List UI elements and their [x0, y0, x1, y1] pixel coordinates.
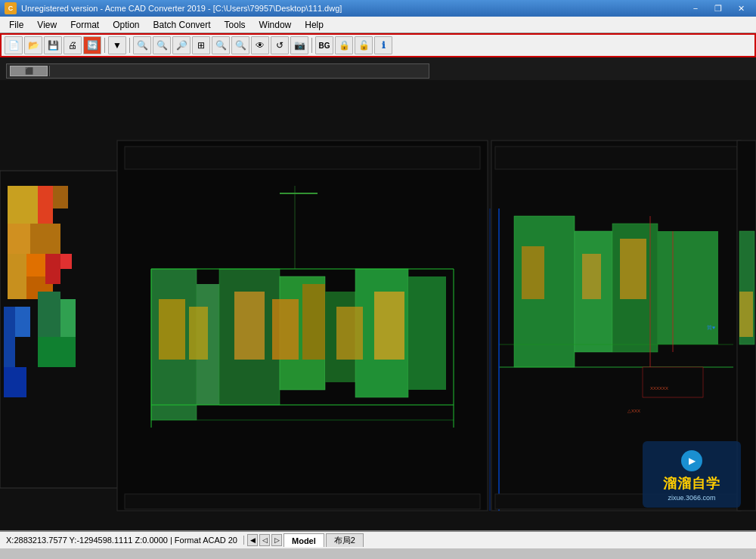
- svg-rect-12: [4, 307, 15, 367]
- svg-rect-34: [374, 292, 404, 360]
- svg-rect-29: [189, 307, 208, 360]
- toolbar-bg[interactable]: BG: [315, 36, 333, 54]
- watermark-subtitle: zixue.3066.com: [652, 494, 732, 502]
- toolbar-zoom-out2[interactable]: 🔍: [231, 36, 249, 54]
- toolbar-dropdown[interactable]: ▼: [108, 36, 126, 54]
- toolbar-convert[interactable]: 🔄: [83, 36, 101, 54]
- menu-window[interactable]: Window: [253, 18, 298, 32]
- toolbar-open[interactable]: 📂: [24, 36, 42, 54]
- toolbar-info[interactable]: ℹ: [374, 36, 392, 54]
- canvas-area[interactable]: ⬛: [0, 57, 756, 530]
- tab-nav-next[interactable]: ▷: [271, 534, 282, 546]
- svg-rect-5: [38, 186, 53, 224]
- toolbar-print[interactable]: 🖨: [64, 36, 82, 54]
- svg-rect-18: [45, 254, 60, 284]
- tab-nav-prev[interactable]: ◀: [247, 534, 258, 546]
- menu-bar: File View Format Option Batch Convert To…: [0, 17, 756, 33]
- svg-rect-19: [60, 254, 72, 269]
- tab-model[interactable]: Model: [284, 533, 324, 547]
- toolbar-zoom-in2[interactable]: 🔍: [153, 36, 171, 54]
- tab-layout2[interactable]: 布局2: [326, 533, 364, 547]
- menu-tools[interactable]: Tools: [218, 18, 252, 32]
- svg-rect-8: [30, 224, 60, 254]
- toolbar-zoom-select[interactable]: 🔎: [172, 36, 191, 54]
- minimize-button[interactable]: −: [685, 2, 706, 15]
- close-button[interactable]: ✕: [730, 2, 751, 15]
- toolbar-lock[interactable]: 🔒: [335, 36, 353, 54]
- toolbar-save[interactable]: 💾: [44, 36, 62, 54]
- cad-drawing: ⬛: [0, 57, 756, 530]
- svg-rect-47: [522, 246, 544, 299]
- toolbar-new[interactable]: 📄: [5, 36, 23, 54]
- svg-rect-7: [8, 224, 30, 254]
- watermark: ▶ 溜溜自学 zixue.3066.com: [643, 441, 741, 508]
- separator-3: [311, 38, 312, 53]
- svg-rect-33: [336, 307, 363, 360]
- toolbar: 📄 📂 💾 🖨 🔄 ▼ 🔍 🔍 🔎 ⊞ 🔍 🔍 👁 ↺ 📷 BG 🔒 🔓 ℹ: [0, 33, 756, 57]
- play-icon: ▶: [681, 450, 702, 471]
- toolbar-unlock[interactable]: 🔓: [355, 36, 373, 54]
- menu-format[interactable]: Format: [64, 18, 105, 32]
- svg-rect-65: [739, 292, 753, 337]
- title-bar: C Unregistered version - Acme CAD Conver…: [0, 0, 756, 17]
- svg-rect-4: [8, 186, 38, 224]
- svg-rect-17: [38, 337, 76, 367]
- svg-rect-54: [643, 367, 703, 397]
- svg-rect-15: [38, 292, 60, 337]
- svg-rect-48: [582, 254, 601, 299]
- toolbar-camera[interactable]: 📷: [290, 36, 308, 54]
- svg-rect-6: [53, 186, 68, 208]
- toolbar-zoom-pan[interactable]: ⊞: [192, 36, 210, 54]
- svg-rect-13: [15, 307, 30, 337]
- svg-rect-16: [60, 299, 76, 337]
- svg-rect-14: [4, 367, 26, 397]
- window-controls[interactable]: − ❐ ✕: [685, 2, 751, 15]
- watermark-title: 溜溜自学: [652, 474, 732, 493]
- inner-toolbar: ⬛: [6, 63, 429, 79]
- window-title: Unregistered version - Acme CAD Converte…: [21, 4, 342, 13]
- svg-rect-9: [8, 254, 26, 299]
- menu-file[interactable]: File: [3, 18, 29, 32]
- toolbar-refresh[interactable]: ↺: [271, 36, 289, 54]
- layout-tabs[interactable]: ◀ ◁ ▷ Model 布局2: [247, 533, 364, 547]
- toolbar-zoom-in[interactable]: 🔍: [133, 36, 151, 54]
- svg-text:△XXX: △XXX: [627, 409, 640, 413]
- svg-text:简♥: 简♥: [707, 325, 715, 330]
- coordinates: X:2883213.7577 Y:-1294598.1111 Z:0.0000 …: [0, 536, 244, 545]
- svg-rect-31: [272, 299, 299, 360]
- tab-nav-prev2[interactable]: ◁: [259, 534, 270, 546]
- status-bar: X:2883213.7577 Y:-1294598.1111 Z:0.0000 …: [0, 530, 756, 548]
- menu-help[interactable]: Help: [299, 18, 330, 32]
- menu-view[interactable]: View: [31, 18, 63, 32]
- app-icon: C: [5, 2, 17, 14]
- svg-rect-27: [408, 276, 446, 390]
- restore-button[interactable]: ❐: [708, 2, 729, 15]
- separator-2: [129, 38, 130, 53]
- svg-rect-49: [620, 239, 646, 299]
- menu-batch-convert[interactable]: Batch Convert: [147, 18, 217, 32]
- title-bar-left: C Unregistered version - Acme CAD Conver…: [5, 2, 342, 14]
- toolbar-view-eye[interactable]: 👁: [251, 36, 269, 54]
- svg-rect-61: [125, 494, 480, 509]
- svg-rect-32: [302, 284, 325, 360]
- svg-rect-28: [159, 299, 185, 360]
- svg-text:XXXXXX: XXXXXX: [650, 386, 668, 391]
- svg-rect-60: [495, 147, 737, 169]
- svg-rect-30: [234, 292, 265, 360]
- separator-1: [104, 38, 105, 53]
- svg-rect-59: [125, 147, 480, 169]
- toolbar-zoom-out[interactable]: 🔍: [212, 36, 230, 54]
- menu-option[interactable]: Option: [107, 18, 145, 32]
